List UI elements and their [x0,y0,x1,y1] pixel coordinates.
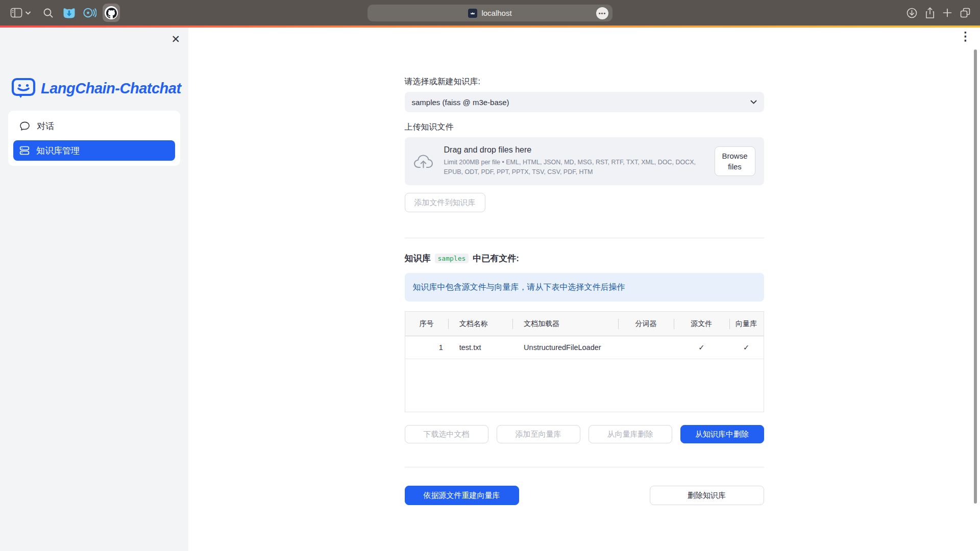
table-row[interactable]: 1 test.txt UnstructuredFileLoader ✓ ✓ [405,336,764,359]
remove-from-vector-button[interactable]: 从向量库删除 [589,425,672,443]
rebuild-vector-store-button[interactable]: 依据源文件重建向量库 [405,486,519,505]
kb-files-heading: 知识库 samples 中已有文件: [405,253,764,264]
browse-files-button[interactable]: Browse files [715,146,755,176]
col-header-vector[interactable]: 向量库 [729,312,764,336]
reader-options-icon[interactable]: ••• [596,7,608,19]
cell-source-check: ✓ [674,336,729,359]
site-favicon-icon [468,9,477,18]
add-files-to-kb-button[interactable]: 添加文件到知识库 [405,193,485,212]
browser-toolbar: localhost ••• [0,0,980,26]
sidebar-item-label: 对话 [37,120,54,132]
kb-select-value: samples (faiss @ m3e-base) [412,98,509,107]
section-divider [405,238,764,238]
dropzone-title: Drag and drop files here [444,145,715,155]
add-to-vector-button[interactable]: 添加至向量库 [497,425,580,443]
sidebar-nav: 对话 知识库管理 [8,111,180,166]
col-header-loader[interactable]: 文档加载器 [512,312,618,336]
col-header-index[interactable]: 序号 [405,312,448,336]
scrollbar-thumb[interactable] [974,49,977,504]
sidebar: ✕ LangChain-Chatchat 对 [0,28,188,551]
delete-from-kb-button[interactable]: 从知识库中删除 [680,425,764,443]
heading-prefix: 知识库 [405,253,431,264]
pinned-tab-broadcast-icon[interactable] [83,7,96,19]
sidebar-item-chat[interactable]: 对话 [13,116,175,136]
main-content: ⋮ 请选择或新建知识库: samples (faiss @ m3e-base) … [188,28,980,551]
toolbar-right-group [906,0,971,26]
file-dropzone[interactable]: Drag and drop files here Limit 200MB per… [405,137,764,185]
tab-overview-icon[interactable] [960,7,971,18]
pinned-tab-cat-icon[interactable] [62,7,76,19]
address-text: localhost [481,9,511,17]
section-divider [405,467,764,467]
cell-splitter [618,336,674,359]
delete-kb-button[interactable]: 删除知识库 [650,486,764,505]
chat-bubble-icon [19,121,30,131]
info-banner: 知识库中包含源文件与向量库，请从下表中选择文件后操作 [405,273,764,302]
cell-loader: UnstructuredFileLoader [512,336,618,359]
close-sidebar-icon[interactable]: ✕ [171,34,180,44]
active-pinned-tab-github[interactable] [103,4,120,22]
logo-chat-bubble-icon [11,77,36,100]
database-stack-icon [19,145,30,156]
cell-name: test.txt [448,336,512,359]
kebab-menu-icon[interactable]: ⋮ [960,30,971,43]
cell-vector-check: ✓ [729,336,764,359]
kb-files-table: 序号 文档名称 文档加载器 分词器 源文件 向量库 1 test.txt Uns… [405,311,764,412]
new-tab-icon[interactable] [943,8,952,17]
logo-text: LangChain-Chatchat [41,80,181,97]
kb-bottom-actions: 依据源文件重建向量库 删除知识库 [405,486,764,505]
col-header-name[interactable]: 文档名称 [448,312,512,336]
search-icon[interactable] [43,8,54,18]
github-icon [105,6,118,19]
sidebar-item-label: 知识库管理 [36,145,80,157]
address-bar[interactable]: localhost ••• [368,5,612,21]
kb-select[interactable]: samples (faiss @ m3e-base) [405,92,764,112]
chevron-down-icon[interactable] [26,11,31,15]
info-text: 知识库中包含源文件与向量库，请从下表中选择文件后操作 [413,282,625,293]
heading-suffix: 中已有文件: [473,253,519,264]
table-empty-area [405,359,764,412]
kb-name-code: samples [435,254,469,263]
upload-section-label: 上传知识文件 [405,122,764,133]
toolbar-left-group [0,4,120,22]
kb-select-label: 请选择或新建知识库: [405,77,764,87]
sidebar-item-kb-management[interactable]: 知识库管理 [13,140,175,161]
select-chevron-down-icon [750,100,757,104]
download-selected-button[interactable]: 下载选中文档 [405,425,488,443]
cell-index: 1 [405,336,448,359]
app-logo: LangChain-Chatchat [11,77,188,100]
sidebar-toggle-icon[interactable] [10,8,22,18]
share-icon[interactable] [925,7,935,19]
table-header-row: 序号 文档名称 文档加载器 分词器 源文件 向量库 [405,312,764,336]
downloads-icon[interactable] [906,8,917,18]
cloud-upload-icon [413,153,435,170]
dropzone-text: Drag and drop files here Limit 200MB per… [444,145,715,178]
dropzone-hint: Limit 200MB per file • EML, HTML, JSON, … [444,158,707,178]
col-header-source[interactable]: 源文件 [674,312,729,336]
col-header-splitter[interactable]: 分词器 [618,312,674,336]
file-actions-row: 下载选中文档 添加至向量库 从向量库删除 从知识库中删除 [405,425,764,443]
